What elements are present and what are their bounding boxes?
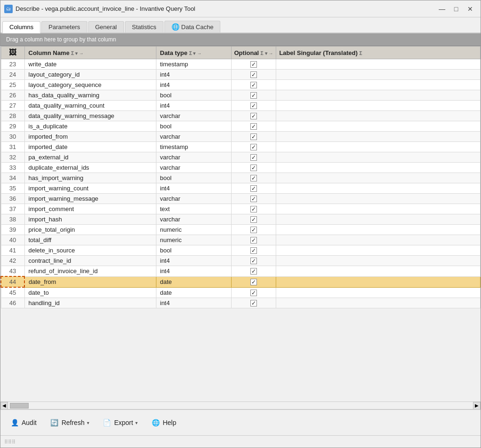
- checkbox-checked[interactable]: ✓: [250, 144, 257, 150]
- row-number: 26: [1, 90, 24, 101]
- horizontal-scrollbar[interactable]: ◀ ▶: [0, 401, 481, 409]
- checkbox-checked[interactable]: ✓: [250, 134, 257, 140]
- table-row[interactable]: 32pa_external_idvarchar✓: [1, 152, 481, 163]
- checkbox-checked[interactable]: ✓: [250, 247, 257, 254]
- cell-optional[interactable]: ✓: [231, 142, 276, 152]
- cell-optional[interactable]: ✓: [231, 256, 276, 266]
- checkbox-checked[interactable]: ✓: [250, 196, 257, 202]
- cell-optional[interactable]: ✓: [231, 152, 276, 163]
- cell-optional[interactable]: ✓: [231, 266, 276, 277]
- cell-optional[interactable]: ✓: [231, 298, 276, 308]
- table-row[interactable]: 23write_datetimestamp✓: [1, 59, 481, 70]
- col-type-filter-icons[interactable]: Σ ▾ →: [189, 51, 202, 56]
- tab-datacache[interactable]: 🌐 Data Cache: [164, 21, 221, 32]
- col-optional-filter-icons[interactable]: Σ ▾ →: [261, 51, 273, 56]
- table-row[interactable]: 43refund_of_invoice_line_idint4✓: [1, 266, 481, 277]
- checkbox-checked[interactable]: ✓: [250, 206, 257, 212]
- maximize-button[interactable]: □: [450, 4, 463, 14]
- table-row[interactable]: 40total_diffnumeric✓: [1, 235, 481, 245]
- audit-button[interactable]: 👤 Audit: [5, 416, 41, 429]
- refresh-dropdown-arrow[interactable]: ▾: [87, 420, 89, 425]
- table-row[interactable]: 25layout_category_sequenceint4✓: [1, 80, 481, 90]
- tab-parameters[interactable]: Parameters: [41, 21, 87, 32]
- table-row[interactable]: 28data_quality_warning_messagevarchar✓: [1, 111, 481, 121]
- tab-general[interactable]: General: [88, 21, 124, 32]
- table-scroll-inner[interactable]: 🖼 Column Name Σ ▾ → Data type Σ ▾ →: [0, 46, 481, 401]
- checkbox-checked[interactable]: ✓: [250, 123, 257, 130]
- cell-optional[interactable]: ✓: [231, 276, 276, 287]
- table-row[interactable]: 46handling_idint4✓: [1, 298, 481, 308]
- col-name-filter-icons[interactable]: Σ ▾ →: [71, 51, 84, 56]
- table-row[interactable]: 35import_warning_countint4✓: [1, 183, 481, 194]
- table-row[interactable]: 31imported_datetimestamp✓: [1, 142, 481, 152]
- table-row[interactable]: 37import_commenttext✓: [1, 204, 481, 214]
- checkbox-checked[interactable]: ✓: [250, 268, 257, 275]
- cell-optional[interactable]: ✓: [231, 70, 276, 80]
- checkbox-checked[interactable]: ✓: [250, 237, 257, 244]
- checkbox-checked[interactable]: ✓: [250, 279, 257, 285]
- table-row[interactable]: 42contract_line_idint4✓: [1, 256, 481, 266]
- cell-optional[interactable]: ✓: [231, 101, 276, 111]
- minimize-button[interactable]: —: [435, 4, 449, 14]
- table-row[interactable]: 24layout_category_idint4✓: [1, 70, 481, 80]
- cell-optional[interactable]: ✓: [231, 245, 276, 256]
- table-row[interactable]: 44date_fromdate✓: [1, 276, 481, 287]
- checkbox-checked[interactable]: ✓: [250, 290, 257, 296]
- checkbox-checked[interactable]: ✓: [250, 92, 257, 99]
- table-row[interactable]: 45date_todate✓: [1, 287, 481, 298]
- export-dropdown-arrow[interactable]: ▾: [135, 420, 138, 425]
- audit-label: Audit: [22, 419, 37, 426]
- refresh-button[interactable]: 🔄 Refresh ▾: [45, 416, 94, 429]
- checkbox-checked[interactable]: ✓: [250, 216, 257, 223]
- checkbox-checked[interactable]: ✓: [250, 165, 257, 171]
- table-row[interactable]: 29is_a_duplicatebool✓: [1, 121, 481, 132]
- table-row[interactable]: 33duplicate_external_idsvarchar✓: [1, 163, 481, 173]
- cell-optional[interactable]: ✓: [231, 163, 276, 173]
- cell-optional[interactable]: ✓: [231, 111, 276, 121]
- export-button[interactable]: 📄 Export ▾: [98, 416, 142, 429]
- cell-label-singular: [276, 287, 481, 298]
- checkbox-checked[interactable]: ✓: [250, 61, 257, 68]
- cell-optional[interactable]: ✓: [231, 204, 276, 214]
- table-row[interactable]: 34has_import_warningbool✓: [1, 173, 481, 183]
- help-button[interactable]: 🌐 Help: [146, 416, 181, 429]
- cell-optional[interactable]: ✓: [231, 132, 276, 142]
- cell-optional[interactable]: ✓: [231, 90, 276, 101]
- checkbox-checked[interactable]: ✓: [250, 227, 257, 233]
- table-row[interactable]: 27data_quality_warning_countint4✓: [1, 101, 481, 111]
- tab-statistics[interactable]: Statistics: [125, 21, 163, 32]
- cell-optional[interactable]: ✓: [231, 287, 276, 298]
- tab-columns[interactable]: Columns: [2, 21, 40, 33]
- cell-optional[interactable]: ✓: [231, 173, 276, 183]
- scroll-thumb-h[interactable]: [10, 403, 29, 409]
- scroll-right-arrow[interactable]: ▶: [473, 402, 481, 409]
- cell-optional[interactable]: ✓: [231, 80, 276, 90]
- checkbox-checked[interactable]: ✓: [250, 185, 257, 192]
- table-row[interactable]: 26has_data_quality_warningbool✓: [1, 90, 481, 101]
- checkbox-checked[interactable]: ✓: [250, 175, 257, 181]
- checkbox-checked[interactable]: ✓: [250, 82, 257, 88]
- checkbox-checked[interactable]: ✓: [250, 113, 257, 119]
- cell-optional[interactable]: ✓: [231, 225, 276, 235]
- cell-optional[interactable]: ✓: [231, 214, 276, 225]
- row-number: 35: [1, 183, 24, 194]
- table-row[interactable]: 39price_total_originnumeric✓: [1, 225, 481, 235]
- scroll-left-arrow[interactable]: ◀: [0, 402, 8, 409]
- table-row[interactable]: 30imported_fromvarchar✓: [1, 132, 481, 142]
- table-row[interactable]: 38import_hashvarchar✓: [1, 214, 481, 225]
- title-bar-left: 🗂 Describe - vega.public.account_invoice…: [4, 5, 195, 13]
- cell-optional[interactable]: ✓: [231, 183, 276, 194]
- checkbox-checked[interactable]: ✓: [250, 102, 257, 109]
- checkbox-checked[interactable]: ✓: [250, 258, 257, 264]
- table-row[interactable]: 36import_warning_messagevarchar✓: [1, 194, 481, 204]
- close-button[interactable]: ✕: [464, 4, 477, 14]
- cell-optional[interactable]: ✓: [231, 59, 276, 70]
- checkbox-checked[interactable]: ✓: [250, 71, 257, 78]
- table-row[interactable]: 41delete_in_sourcebool✓: [1, 245, 481, 256]
- cell-optional[interactable]: ✓: [231, 194, 276, 204]
- checkbox-checked[interactable]: ✓: [250, 300, 257, 307]
- col-label-filter-icons[interactable]: Σ: [359, 51, 362, 56]
- checkbox-checked[interactable]: ✓: [250, 154, 257, 161]
- cell-optional[interactable]: ✓: [231, 121, 276, 132]
- cell-optional[interactable]: ✓: [231, 235, 276, 245]
